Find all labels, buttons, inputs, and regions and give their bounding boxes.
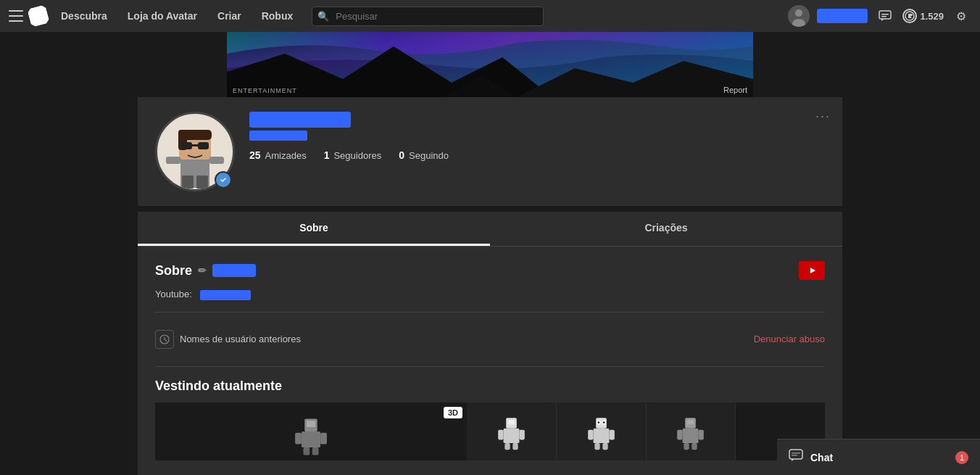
nav-create[interactable]: Criar — [210, 10, 249, 22]
svg-point-1 — [795, 9, 802, 17]
profile-section: 25 Amizades 1 Seguidores 0 Seguindo ··· — [138, 97, 842, 206]
robux-amount: 1.529 — [920, 11, 944, 22]
banner: ENTERTAINMENT Report — [227, 32, 753, 97]
friends-count: 25 — [249, 149, 261, 161]
svg-rect-14 — [192, 144, 198, 146]
divider-1 — [155, 312, 825, 313]
svg-point-40 — [597, 421, 599, 424]
divider-2 — [155, 366, 825, 367]
svg-rect-26 — [320, 432, 327, 444]
svg-rect-50 — [699, 430, 704, 440]
robux-display[interactable]: 1.529 — [902, 9, 944, 23]
youtube-button[interactable] — [799, 261, 825, 280]
profile-verified-badge — [215, 171, 232, 189]
svg-rect-46 — [602, 443, 607, 450]
badge-3d: 3D — [444, 407, 462, 418]
stat-friends[interactable]: 25 Amizades — [249, 149, 307, 161]
about-name-censored — [212, 264, 256, 277]
navbar-right: 1.529 ⚙ — [788, 5, 971, 27]
tabs-wrapper: Sobre Criações — [0, 206, 980, 247]
search-bar: 🔍 — [312, 7, 544, 26]
hamburger-menu-icon[interactable] — [9, 9, 23, 23]
about-title: Sobre ✏ — [155, 263, 256, 278]
edit-icon[interactable]: ✏ — [198, 265, 207, 276]
svg-rect-27 — [304, 447, 310, 455]
search-input[interactable] — [312, 7, 544, 26]
banner-report[interactable]: Report — [723, 86, 747, 94]
prev-usernames-left: Nomes de usuário anteriores — [155, 330, 301, 349]
svg-rect-48 — [683, 429, 699, 443]
prev-usernames-label: Nomes de usuário anteriores — [180, 334, 301, 344]
svg-rect-29 — [307, 421, 315, 427]
wearing-item-3[interactable] — [647, 402, 736, 460]
chat-nav-icon[interactable] — [875, 6, 895, 26]
svg-rect-44 — [609, 430, 614, 440]
report-abuse-link[interactable]: Denunciar abuso — [754, 334, 825, 344]
nav-avatar-shop[interactable]: Loja do Avatar — [120, 10, 204, 22]
svg-rect-31 — [503, 429, 519, 443]
svg-rect-36 — [508, 420, 515, 424]
profile-more-button[interactable]: ··· — [815, 109, 831, 124]
svg-rect-51 — [684, 443, 689, 450]
about-title-text: Sobre — [155, 263, 192, 278]
stat-following[interactable]: 0 Seguindo — [399, 149, 449, 161]
tab-sobre[interactable]: Sobre — [138, 212, 490, 246]
nav-discover[interactable]: Descubra — [54, 10, 115, 22]
tab-criacoes[interactable]: Criações — [490, 212, 842, 246]
settings-icon[interactable]: ⚙ — [951, 6, 971, 26]
svg-rect-32 — [498, 430, 503, 440]
banner-label: ENTERTAINMENT — [233, 87, 297, 94]
wearing-item-2[interactable] — [557, 402, 646, 460]
profile-stats: 25 Amizades 1 Seguidores 0 Seguindo — [249, 149, 825, 161]
svg-rect-25 — [295, 432, 302, 444]
roblox-logo-icon — [27, 4, 50, 28]
svg-rect-35 — [512, 443, 518, 450]
avatar[interactable] — [788, 5, 810, 27]
profile-display-name — [249, 112, 825, 128]
chat-notification-badge: 1 — [955, 451, 968, 464]
youtube-link-censored[interactable] — [200, 290, 251, 300]
wearing-items-small — [467, 402, 825, 460]
svg-rect-13 — [198, 142, 209, 149]
chat-widget[interactable]: Chat 1 — [777, 439, 980, 475]
svg-rect-52 — [692, 443, 697, 450]
svg-rect-33 — [519, 430, 524, 440]
svg-rect-24 — [302, 431, 320, 447]
profile-avatar-wrap — [155, 112, 235, 191]
followers-count: 1 — [324, 149, 330, 161]
wearing-item-1[interactable] — [467, 402, 556, 460]
following-count: 0 — [399, 149, 404, 161]
wearing-item-large[interactable]: 3D — [155, 402, 467, 460]
prev-usernames-row: Nomes de usuário anteriores Denunciar ab… — [155, 324, 825, 355]
search-icon: 🔍 — [317, 11, 329, 22]
svg-rect-15 — [166, 157, 180, 164]
following-label: Seguindo — [409, 150, 449, 161]
svg-rect-12 — [181, 142, 192, 149]
svg-rect-49 — [678, 430, 683, 440]
youtube-prefix: Youtube: — [155, 289, 192, 300]
display-name-censored — [249, 112, 351, 128]
svg-point-41 — [602, 421, 605, 424]
chat-icon — [789, 448, 803, 466]
profile-wrapper: 25 Amizades 1 Seguidores 0 Seguindo ··· — [0, 97, 980, 206]
history-icon — [155, 330, 174, 349]
svg-rect-18 — [196, 175, 208, 189]
svg-rect-17 — [182, 175, 194, 189]
tabs-bar: Sobre Criações — [138, 212, 842, 247]
svg-rect-43 — [588, 430, 593, 440]
stat-followers[interactable]: 1 Seguidores — [324, 149, 382, 161]
main-content: Sobre ✏ Youtube: — [138, 247, 842, 475]
svg-rect-55 — [792, 453, 800, 454]
svg-rect-54 — [789, 450, 802, 459]
username-censored — [249, 131, 307, 141]
svg-rect-28 — [312, 447, 319, 455]
nav-robux[interactable]: Robux — [254, 10, 301, 22]
friends-label: Amizades — [265, 150, 307, 161]
svg-rect-5 — [881, 16, 886, 17]
wearing-grid: 3D — [155, 402, 825, 460]
svg-rect-53 — [687, 420, 694, 424]
svg-rect-42 — [593, 429, 609, 443]
about-body: Youtube: — [155, 289, 825, 300]
svg-rect-45 — [594, 443, 599, 450]
wearing-title: Vestindo atualmente — [155, 379, 825, 394]
